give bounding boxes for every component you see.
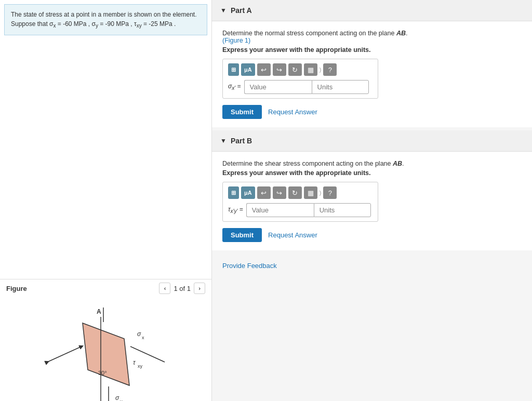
part-b-submit-button[interactable]: Submit: [222, 228, 262, 242]
svg-text:xy: xy: [138, 364, 143, 369]
part-b-mu-btn[interactable]: μA: [241, 186, 255, 199]
part-a-request-link[interactable]: Request Answer: [268, 108, 317, 116]
figure-nav: ‹ 1 of 1 ›: [159, 283, 205, 294]
svg-text:τ: τ: [133, 359, 136, 366]
part-b-input-row: τx'y' =: [228, 203, 373, 217]
part-b-table-btn[interactable]: ▦: [304, 186, 317, 199]
part-a-header: ▼ Part A: [212, 0, 532, 21]
part-a-figure-link[interactable]: (Figure 1): [222, 37, 250, 44]
part-b-label: τx'y' =: [228, 206, 243, 214]
part-b-action-row: Submit Request Answer: [222, 228, 522, 242]
right-panel: ▼ Part A Determine the normal stress com…: [212, 0, 532, 401]
part-a-label: σx' =: [228, 83, 241, 91]
svg-line-4: [148, 354, 165, 362]
figure-title: Figure: [6, 285, 27, 292]
svg-text:x: x: [142, 335, 144, 340]
svg-text:σ: σ: [115, 394, 119, 401]
part-b-undo-btn[interactable]: ↩: [257, 186, 271, 199]
part-b-instruction: Express your answer with the appropriate…: [222, 169, 522, 177]
part-a-sep: ): [320, 66, 322, 73]
part-a-input-row: σx' =: [228, 80, 373, 94]
part-a-toolbar: ⊞ μA ↩ ↪ ↻ ▦ ) ?: [228, 63, 373, 76]
svg-text:y: y: [120, 399, 123, 401]
part-b-request-link[interactable]: Request Answer: [268, 231, 317, 239]
part-a-description: Determine the normal stress component ac…: [222, 30, 522, 44]
part-a-mu-btn[interactable]: μA: [241, 63, 255, 76]
part-b-toolbar: ⊞ μA ↩ ↪ ↻ ▦ ) ?: [228, 186, 373, 199]
svg-line-2: [47, 354, 64, 362]
problem-statement: The state of stress at a point in a memb…: [4, 4, 207, 35]
svg-text:A: A: [97, 308, 101, 315]
part-b-help-btn[interactable]: ?: [323, 186, 337, 199]
part-a-title: Part A: [231, 6, 252, 15]
part-a-undo-btn[interactable]: ↩: [257, 63, 271, 76]
figure-svg: σ x τ xy σ y 30° A B: [33, 297, 179, 401]
part-a-body: Determine the normal stress component ac…: [212, 21, 532, 127]
part-b-value-input[interactable]: [246, 203, 314, 217]
figure-content: σ x τ xy σ y 30° A B: [0, 297, 211, 401]
svg-text:30°: 30°: [98, 370, 107, 376]
figure-pagination: 1 of 1: [174, 285, 191, 292]
part-a-matrix-btn[interactable]: ⊞: [228, 63, 239, 76]
part-b-matrix-btn[interactable]: ⊞: [228, 186, 239, 199]
part-a-refresh-btn[interactable]: ↻: [288, 63, 302, 76]
figure-next-button[interactable]: ›: [194, 283, 205, 294]
part-a-value-input[interactable]: [244, 80, 312, 94]
part-b-section: ▼ Part B Determine the shear stress comp…: [212, 130, 532, 250]
left-panel: The state of stress at a point in a memb…: [0, 0, 212, 401]
svg-marker-0: [83, 323, 129, 385]
figure-prev-button[interactable]: ‹: [159, 283, 170, 294]
part-b-description: Determine the shear stress component act…: [222, 160, 522, 167]
part-b-title: Part B: [231, 137, 252, 145]
part-b-arrow: ▼: [220, 137, 227, 144]
part-a-table-btn[interactable]: ▦: [304, 63, 317, 76]
part-a-help-btn[interactable]: ?: [323, 63, 337, 76]
part-b-refresh-btn[interactable]: ↻: [288, 186, 302, 199]
part-a-action-row: Submit Request Answer: [222, 105, 522, 119]
svg-text:σ: σ: [137, 330, 141, 338]
part-b-sep: ): [320, 190, 322, 196]
part-a-arrow: ▼: [220, 7, 227, 14]
part-b-redo-btn[interactable]: ↪: [273, 186, 286, 199]
part-b-body: Determine the shear stress component act…: [212, 152, 532, 250]
figure-header: Figure ‹ 1 of 1 ›: [0, 279, 211, 297]
part-a-submit-button[interactable]: Submit: [222, 105, 262, 119]
feedback-link[interactable]: Provide Feedback: [212, 253, 532, 278]
part-b-header: ▼ Part B: [212, 130, 532, 152]
part-b-units-input[interactable]: [314, 203, 371, 217]
part-a-section: ▼ Part A Determine the normal stress com…: [212, 0, 532, 127]
svg-line-1: [64, 346, 82, 354]
svg-line-3: [130, 346, 148, 354]
figure-section: Figure ‹ 1 of 1 ›: [0, 279, 211, 401]
part-a-redo-btn[interactable]: ↪: [273, 63, 286, 76]
part-a-instruction: Express your answer with the appropriate…: [222, 46, 522, 54]
part-a-input-box: ⊞ μA ↩ ↪ ↻ ▦ ) ? σx' =: [222, 59, 378, 99]
part-a-units-input[interactable]: [312, 80, 369, 94]
part-b-input-box: ⊞ μA ↩ ↪ ↻ ▦ ) ? τx'y' =: [222, 182, 378, 222]
